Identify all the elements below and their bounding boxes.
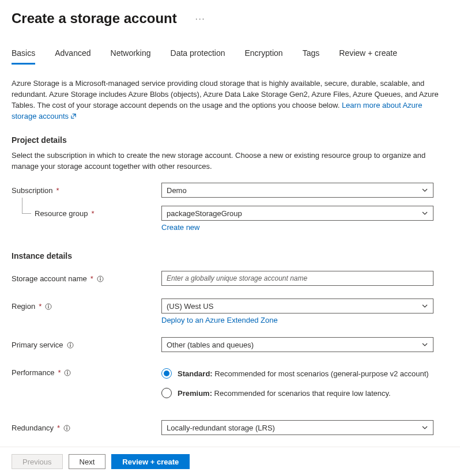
project-details-heading: Project details [12,135,448,145]
info-icon[interactable] [63,425,70,432]
svg-rect-14 [66,428,67,430]
tab-tags[interactable]: Tags [303,48,320,63]
chevron-down-icon [421,341,428,348]
svg-rect-8 [70,345,70,347]
performance-label: Performance* [12,360,150,377]
storage-name-input[interactable] [161,271,433,286]
svg-point-10 [67,371,69,372]
radio-icon [161,388,172,398]
info-icon[interactable] [64,369,71,376]
performance-standard-radio[interactable]: Standard: Recommended for most scenarios… [161,368,438,379]
performance-standard-label: Standard: Recommended for most scenarios… [178,369,429,378]
footer-bar: Previous Next Review + create [0,447,460,476]
create-new-resource-group-link[interactable]: Create new [161,223,199,232]
info-icon[interactable] [67,342,74,349]
instance-details-heading: Instance details [12,251,448,260]
performance-premium-radio[interactable]: Premium: Recommended for scenarios that … [161,388,438,398]
resource-group-label: Resource group* [12,206,150,218]
resource-group-select[interactable]: packageStorageGroup [161,206,433,221]
primary-service-label: Primary service [12,333,150,349]
primary-service-select[interactable]: Other (tables and queues) [161,337,433,352]
previous-button: Previous [12,454,63,469]
tab-data-protection[interactable]: Data protection [171,48,225,63]
radio-icon [161,368,172,379]
chevron-down-icon [421,303,428,309]
redundancy-label: Redundancy* [12,415,150,432]
performance-premium-label: Premium: Recommended for scenarios that … [178,389,391,398]
svg-rect-2 [100,278,100,281]
page-title: Create a storage account [12,10,177,27]
chevron-down-icon [421,187,428,194]
redundancy-select[interactable]: Locally-redundant storage (LRS) [161,420,433,435]
review-create-button[interactable]: Review + create [111,454,190,469]
svg-rect-5 [48,306,49,308]
more-menu-icon[interactable]: ··· [195,14,206,23]
deploy-extended-zone-link[interactable]: Deploy to an Azure Extended Zone [161,316,278,324]
next-button[interactable]: Next [69,454,106,469]
storage-name-label: Storage account name* [12,271,150,283]
svg-rect-11 [67,372,68,375]
tab-review-create[interactable]: Review + create [339,48,397,63]
external-link-icon [70,112,77,118]
info-icon[interactable] [45,303,52,310]
chevron-down-icon [421,424,428,431]
region-label: Region* [12,294,150,311]
subscription-select[interactable]: Demo [161,183,433,198]
tab-networking[interactable]: Networking [111,48,151,63]
region-select[interactable]: (US) West US [161,299,433,313]
intro-text: Azure Storage is a Microsoft-managed ser… [12,78,448,122]
tab-basics[interactable]: Basics [12,48,35,63]
tab-bar: Basics Advanced Networking Data protecti… [12,48,448,63]
svg-point-7 [70,343,71,344]
info-icon[interactable] [97,275,104,282]
svg-point-1 [100,277,101,278]
subscription-label: Subscription* [12,183,150,195]
chevron-down-icon [421,210,428,217]
svg-point-4 [48,304,49,305]
svg-point-13 [66,426,67,427]
project-details-desc: Select the subscription in which to crea… [12,150,448,172]
tab-advanced[interactable]: Advanced [55,48,91,63]
tab-encryption[interactable]: Encryption [245,48,283,63]
